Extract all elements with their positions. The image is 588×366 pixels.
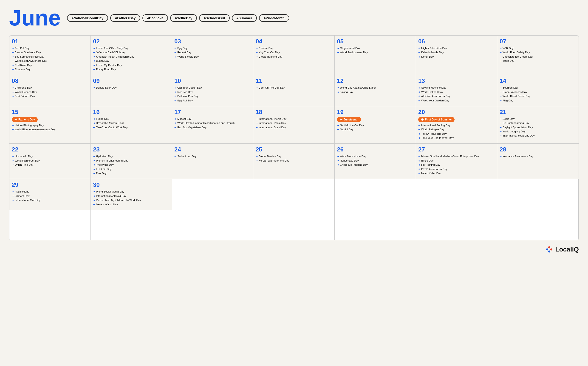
arrow-icon: ➜	[500, 126, 502, 129]
day-cell: 23➜Hydration Day➜Women in Engineering Da…	[91, 144, 172, 179]
event-name: Weed Your Garden Day	[421, 99, 449, 102]
event-item: ➜Call Your Doctor Day	[174, 86, 251, 90]
day-cell: 27➜Micro-, Small and Medium-Sized Enterp…	[416, 144, 497, 179]
arrow-icon: ➜	[418, 136, 420, 140]
event-name: American Indian Citizenship Day	[96, 55, 134, 59]
event-name: Global Running Day	[259, 55, 282, 59]
event-item: ➜Iced Tea Day	[174, 90, 251, 94]
event-item: ➜Nature Photography Day	[12, 123, 88, 127]
event-item: ➜Corn On The Cob Day	[256, 86, 332, 90]
arrow-icon: ➜	[418, 128, 420, 131]
event-list: ➜Hydration Day➜Women in Engineering Day➜…	[93, 154, 170, 175]
event-name: PTSD Awareness Day	[421, 167, 447, 171]
event-list: ➜Micro-, Small and Medium-Sized Enterpri…	[418, 154, 495, 175]
arrow-icon: ➜	[337, 159, 339, 162]
event-item: ➜Day of the African Child	[93, 121, 170, 125]
event-name: Onion Ring Day	[15, 163, 33, 167]
event-item: ➜Limoncello Day	[12, 154, 88, 158]
event-name: Daylight Appreciation Day	[502, 126, 533, 129]
arrow-icon: ➜	[12, 64, 14, 67]
event-name: Hydration Day	[96, 154, 113, 158]
arrow-icon: ➜	[418, 132, 420, 136]
arrow-icon: ➜	[500, 51, 502, 54]
event-list: ➜Insurance Awareness Day	[500, 154, 576, 158]
event-list: ➜Higher Education Day➜Drive-In Movie Day…	[418, 46, 495, 59]
arrow-icon: ➜	[418, 90, 420, 94]
arrow-icon: ➜	[500, 134, 502, 137]
svg-point-0	[548, 246, 550, 248]
arrow-icon: ➜	[174, 95, 176, 98]
svg-point-3	[550, 248, 552, 250]
event-item: ➜World Oceans Day	[12, 90, 88, 94]
arrow-icon: ➜	[12, 59, 14, 63]
event-name: Skincare Day	[15, 68, 30, 71]
arrow-icon: ➜	[256, 86, 258, 90]
day-number: 12	[337, 77, 413, 84]
event-item: ➜Donut Day	[418, 55, 495, 59]
event-name: World Blood Donor Day	[502, 94, 530, 98]
day-number: 08	[12, 77, 88, 84]
day-number: 15	[12, 108, 88, 116]
event-list: ➜Call Your Doctor Day➜Iced Tea Day➜Ballp…	[174, 86, 251, 102]
day-number: 21	[500, 108, 576, 116]
hashtag-pill: #SchoolsOut	[199, 14, 230, 22]
event-name: Take A Road Trip Day	[421, 132, 447, 136]
event-name: Pink Day	[96, 171, 107, 175]
arrow-icon: ➜	[256, 51, 258, 54]
event-name: Work From Home Day	[340, 154, 366, 158]
day-number: 01	[12, 38, 88, 45]
hashtag-pill: #Summer	[232, 14, 257, 22]
event-name: World Bicycle Day	[177, 55, 199, 59]
event-name: Say Something Nice Day	[15, 55, 44, 59]
day-cell: 21➜Selfie Day➜Go Skateboarding Day➜Dayli…	[497, 106, 579, 144]
arrow-icon: ➜	[418, 168, 420, 171]
event-item: ➜World Rainforest Day	[12, 159, 88, 162]
arrow-icon: ➜	[93, 190, 95, 193]
event-name: Bourbon Day	[502, 86, 518, 90]
event-name: World Food Safety Day	[502, 51, 530, 54]
hashtag-pill: #NationalDonutDay	[67, 14, 108, 22]
event-list: ➜Swim A Lap Day	[174, 154, 251, 158]
day-number: 11	[256, 77, 332, 84]
event-badge: ✳Juneteenth	[337, 117, 361, 122]
day-cell: 29➜Hug Holiday➜Camera Day➜International …	[9, 179, 91, 210]
event-item: ➜International Mud Day	[12, 198, 88, 202]
event-name: Gingerbread Day	[340, 46, 360, 50]
event-name: Hug Your Cat Day	[259, 51, 280, 54]
event-name: World Environment Day	[340, 51, 368, 54]
arrow-icon: ➜	[93, 203, 95, 206]
empty-cell	[172, 179, 253, 210]
arrow-icon: ➜	[93, 46, 95, 50]
event-list: ➜Selfie Day➜Go Skateboarding Day➜Dayligh…	[500, 117, 576, 138]
arrow-icon: ➜	[500, 130, 502, 133]
badge-star-icon: ✳	[15, 118, 17, 121]
event-item: ➜World Refugee Day	[418, 128, 495, 131]
arrow-icon: ➜	[12, 46, 14, 50]
event-item: ➜Trails Day	[500, 59, 576, 63]
day-cell: 10➜Call Your Doctor Day➜Iced Tea Day➜Bal…	[172, 75, 253, 106]
arrow-icon: ➜	[174, 55, 176, 59]
arrow-icon: ➜	[418, 55, 420, 59]
day-number: 20	[418, 108, 495, 116]
event-item: ➜Best Friends Day	[12, 94, 88, 98]
empty-cell	[497, 210, 579, 240]
event-list: ➜Leave The Office Early Day➜Jefferson Da…	[93, 46, 170, 71]
event-item: ➜Selfie Day	[500, 117, 576, 121]
event-name: Ballpoint Pen Day	[177, 94, 198, 98]
event-item: ➜Work From Home Day	[337, 154, 413, 158]
event-badge: ✳First Day of Summer	[418, 117, 455, 122]
day-cell: 09➜Donald Duck Day	[91, 75, 172, 106]
event-name: Martini Day	[340, 128, 353, 131]
event-list: ➜Corn On The Cob Day	[256, 86, 332, 90]
event-name: Swim A Lap Day	[177, 154, 197, 158]
arrow-icon: ➜	[12, 86, 14, 90]
event-item: ➜Flag Day	[500, 99, 576, 102]
day-number: 25	[256, 146, 332, 153]
day-cell: 05➜Gingerbread Day➜World Environment Day	[335, 36, 416, 75]
arrow-icon: ➜	[12, 190, 14, 193]
event-name: Donald Duck Day	[96, 86, 117, 90]
event-name: Flag Day	[502, 99, 513, 102]
arrow-icon: ➜	[337, 51, 339, 54]
arrow-icon: ➜	[500, 86, 502, 90]
event-name: International Panic Day	[259, 121, 286, 125]
